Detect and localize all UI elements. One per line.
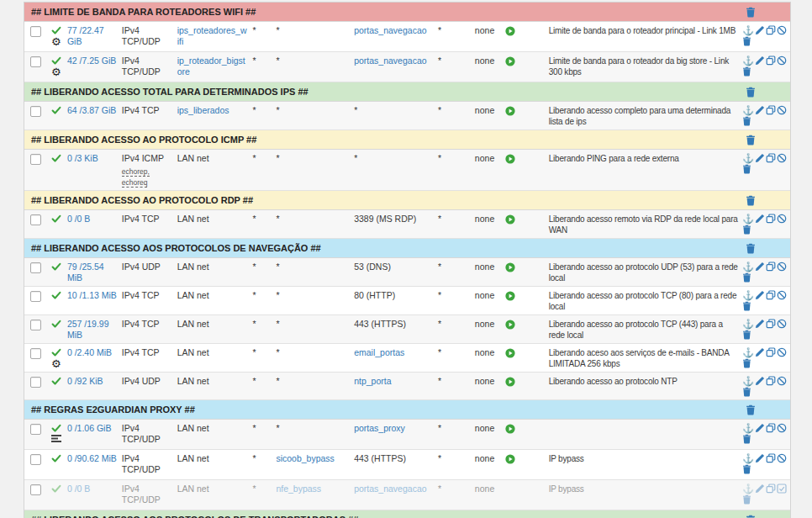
dest-port-alias-link[interactable]: ntp_porta <box>354 376 391 386</box>
row-checkbox[interactable] <box>30 484 41 495</box>
states-link[interactable]: 10 /1.13 MiB <box>67 290 117 300</box>
delete-separator-icon[interactable] <box>746 243 756 254</box>
anchor-icon[interactable]: ⚓ <box>742 453 754 463</box>
rule-row[interactable]: ⚙ 77 /22.47 GiB IPv4 TCP/UDP ips_roteado… <box>24 22 790 52</box>
states-link[interactable]: 77 /22.47 GiB <box>67 25 104 46</box>
edit-rule-icon[interactable] <box>755 214 765 224</box>
rule-row[interactable]: 0 /0 B IPv4 TCP LAN net * * 3389 (MS RDP… <box>24 210 790 239</box>
disable-rule-icon[interactable] <box>777 376 787 386</box>
disable-rule-icon[interactable] <box>777 105 787 115</box>
rule-row[interactable]: ⚙ 42 /7.25 GiB IPv4 TCP/UDP ip_roteador_… <box>24 52 790 82</box>
anchor-icon[interactable]: ⚓ <box>742 153 754 163</box>
rule-row[interactable]: 0 /3 KiB IPv4 ICMP echorep,echoreq LAN n… <box>24 150 790 191</box>
source-alias-link[interactable]: ips_roteadores_wifi <box>177 25 247 46</box>
protocol-note-link[interactable]: echoreq <box>122 178 148 188</box>
dest-port-alias-link[interactable]: portas_proxy <box>354 423 405 433</box>
row-checkbox[interactable] <box>30 320 41 330</box>
destination-alias-link[interactable]: nfe_bypass <box>276 484 321 494</box>
row-checkbox[interactable] <box>30 291 41 302</box>
anchor-icon[interactable]: ⚓ <box>742 262 754 272</box>
protocol-note-link[interactable]: echorep, <box>122 167 150 177</box>
row-checkbox[interactable] <box>30 154 41 165</box>
destination-alias-link[interactable]: sicoob_bypass <box>276 453 334 463</box>
rule-row[interactable]: 79 /25.54 MiB IPv4 UDP LAN net * * 53 (D… <box>24 258 790 287</box>
copy-rule-icon[interactable] <box>766 453 776 463</box>
delete-rule-icon[interactable] <box>742 434 751 444</box>
dest-port-alias-link[interactable]: portas_navegacao <box>354 56 426 66</box>
delete-rule-icon[interactable] <box>742 116 751 126</box>
copy-rule-icon[interactable] <box>766 25 776 35</box>
disable-rule-icon[interactable] <box>777 153 787 163</box>
edit-rule-icon[interactable] <box>755 347 765 357</box>
source-alias-link[interactable]: ips_liberados <box>177 105 229 115</box>
delete-rule-icon[interactable] <box>742 272 751 283</box>
states-link[interactable]: 0 /0 B <box>67 484 90 494</box>
states-link[interactable]: 257 /19.99 MiB <box>67 319 109 340</box>
copy-rule-icon[interactable] <box>766 290 776 300</box>
delete-separator-icon[interactable] <box>746 7 756 18</box>
row-checkbox[interactable] <box>30 56 41 67</box>
disable-rule-icon[interactable] <box>777 56 787 66</box>
dest-port-alias-link[interactable]: email_portas <box>354 347 404 357</box>
anchor-icon[interactable]: ⚓ <box>742 423 754 433</box>
disable-rule-icon[interactable] <box>777 25 787 35</box>
copy-rule-icon[interactable] <box>766 56 776 66</box>
row-checkbox[interactable] <box>30 424 41 435</box>
delete-rule-icon[interactable] <box>742 301 751 311</box>
rule-row[interactable]: ⚙ 0 /2.40 MiB IPv4 TCP LAN net * * email… <box>24 344 790 373</box>
delete-separator-icon[interactable] <box>746 135 756 145</box>
edit-rule-icon[interactable] <box>755 423 765 433</box>
edit-rule-icon[interactable] <box>755 376 765 386</box>
states-link[interactable]: 0 /1.06 GiB <box>67 423 112 433</box>
copy-rule-icon[interactable] <box>766 423 776 433</box>
states-link[interactable]: 64 /3.87 GiB <box>67 105 116 115</box>
row-checkbox[interactable] <box>30 454 41 465</box>
delete-rule-icon[interactable] <box>742 464 751 474</box>
rule-row[interactable]: 10 /1.13 MiB IPv4 TCP LAN net * * 80 (HT… <box>24 287 790 315</box>
copy-rule-icon[interactable] <box>766 484 776 494</box>
edit-rule-icon[interactable] <box>755 56 765 66</box>
anchor-icon[interactable]: ⚓ <box>742 376 754 386</box>
rule-row[interactable]: 0 /0 B IPv4 TCP/UDP LAN net * nfe_bypass… <box>24 480 790 510</box>
states-link[interactable]: 0 /90.62 MiB <box>67 453 117 463</box>
delete-rule-icon[interactable] <box>742 387 751 397</box>
states-link[interactable]: 79 /25.54 MiB <box>67 262 104 283</box>
anchor-icon[interactable]: ⚓ <box>742 290 754 300</box>
disable-rule-icon[interactable] <box>777 453 787 463</box>
states-link[interactable]: 0 /0 B <box>67 214 90 224</box>
anchor-icon[interactable]: ⚓ <box>742 347 754 357</box>
states-link[interactable]: 0 /92 KiB <box>67 376 103 386</box>
rule-row[interactable]: 64 /3.87 GiB IPv4 TCP ips_liberados * * … <box>24 102 790 130</box>
edit-rule-icon[interactable] <box>755 105 765 115</box>
delete-separator-icon[interactable] <box>746 87 756 98</box>
row-checkbox[interactable] <box>30 262 41 273</box>
anchor-icon[interactable]: ⚓ <box>742 105 754 115</box>
rule-row[interactable]: 257 /19.99 MiB IPv4 TCP LAN net * * 443 … <box>24 315 790 344</box>
edit-rule-icon[interactable] <box>755 25 765 35</box>
edit-rule-icon[interactable] <box>755 319 765 329</box>
delete-rule-icon[interactable] <box>742 330 751 340</box>
dest-port-alias-link[interactable]: portas_navegacao <box>354 25 426 35</box>
disable-rule-icon[interactable] <box>777 347 787 357</box>
edit-rule-icon[interactable] <box>755 453 765 463</box>
row-checkbox[interactable] <box>30 214 41 225</box>
copy-rule-icon[interactable] <box>766 376 776 386</box>
delete-rule-icon[interactable] <box>742 494 751 505</box>
delete-rule-icon[interactable] <box>742 225 751 235</box>
edit-rule-icon[interactable] <box>755 484 765 494</box>
row-checkbox[interactable] <box>30 26 41 37</box>
edit-rule-icon[interactable] <box>755 262 765 272</box>
rule-row[interactable]: 0 /1.06 GiB IPv4 TCP/UDP LAN net * * por… <box>24 420 790 450</box>
anchor-icon[interactable]: ⚓ <box>742 56 754 66</box>
copy-rule-icon[interactable] <box>766 347 776 357</box>
row-checkbox[interactable] <box>30 377 41 388</box>
rule-row[interactable]: 0 /92 KiB IPv4 UDP LAN net * * ntp_porta… <box>24 373 790 400</box>
delete-rule-icon[interactable] <box>742 36 751 46</box>
delete-rule-icon[interactable] <box>742 358 751 368</box>
row-checkbox[interactable] <box>30 348 41 359</box>
copy-rule-icon[interactable] <box>766 319 776 329</box>
rule-row[interactable]: 0 /90.62 MiB IPv4 TCP/UDP LAN net * sico… <box>24 450 790 480</box>
disable-rule-icon[interactable] <box>777 290 787 300</box>
anchor-icon[interactable]: ⚓ <box>742 214 754 224</box>
copy-rule-icon[interactable] <box>766 153 776 163</box>
